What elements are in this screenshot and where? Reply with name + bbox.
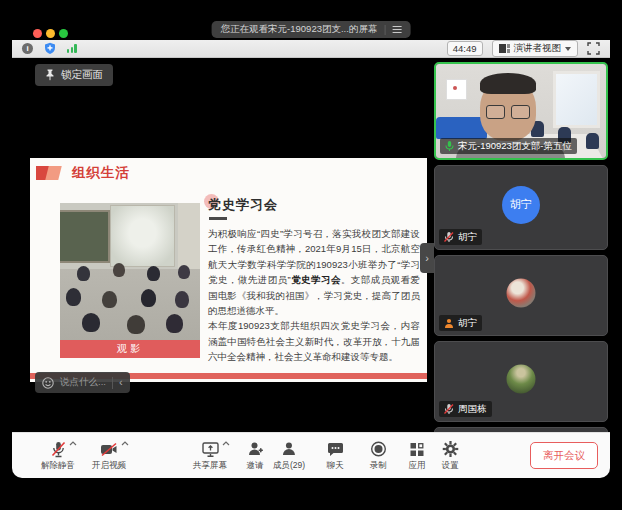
participant-tile[interactable]: 周国栋 bbox=[434, 341, 608, 422]
chat-quick-input[interactable]: 说点什么... ‹ bbox=[35, 372, 130, 393]
banner-menu-icon[interactable] bbox=[392, 26, 401, 33]
avatar bbox=[507, 278, 536, 307]
pin-icon bbox=[45, 69, 55, 81]
watching-banner[interactable]: 您正在观看宋元-190923团支...的屏幕 bbox=[212, 21, 411, 38]
avatar bbox=[507, 364, 536, 393]
avatar: 胡宁 bbox=[502, 185, 540, 223]
bottom-toolbar: 解除静音 开启视频 bbox=[12, 432, 610, 478]
shield-icon[interactable] bbox=[44, 42, 56, 55]
person-icon bbox=[282, 441, 296, 457]
status-right-controls: 44:49 演讲者视图 bbox=[447, 40, 600, 57]
leave-meeting-button[interactable]: 离开会议 bbox=[530, 442, 598, 469]
minimize-window-button[interactable] bbox=[46, 29, 55, 38]
phone-user-icon bbox=[444, 318, 454, 328]
lock-view-label: 锁定画面 bbox=[61, 68, 103, 82]
status-left-icons: i bbox=[22, 42, 77, 55]
emoji-icon[interactable] bbox=[42, 377, 54, 389]
shared-screen-area: 锁定画面 组织生活 bbox=[12, 58, 610, 432]
participants-sidebar: 宋元-190923团支部-第五位 胡宁 胡宁 bbox=[434, 62, 608, 432]
sidebar-collapse-tab[interactable]: › bbox=[420, 243, 434, 273]
mic-muted-icon bbox=[444, 404, 454, 415]
layout-icon bbox=[499, 44, 510, 53]
gear-icon bbox=[442, 441, 458, 457]
view-mode-button[interactable]: 演讲者视图 bbox=[492, 40, 579, 57]
status-bar: i 44:49 演讲者视图 bbox=[12, 40, 610, 58]
participant-tile[interactable]: 胡宁 胡宁 bbox=[434, 165, 608, 250]
participant-name-tag: 胡宁 bbox=[439, 315, 482, 331]
close-window-button[interactable] bbox=[33, 29, 42, 38]
mic-muted-icon bbox=[444, 232, 454, 243]
meeting-window: 您正在观看宋元-190923团支...的屏幕 i 44:49 bbox=[12, 18, 610, 478]
unmute-button[interactable]: 解除静音 bbox=[41, 440, 75, 472]
divider bbox=[384, 25, 385, 35]
section-marker bbox=[36, 165, 66, 181]
fullscreen-icon[interactable] bbox=[587, 42, 600, 55]
heading-underline bbox=[209, 217, 227, 220]
share-screen-icon bbox=[202, 441, 219, 457]
invite-person-icon bbox=[247, 441, 263, 457]
meeting-app: 您正在观看宋元-190923团支...的屏幕 i 44:49 bbox=[0, 0, 622, 510]
share-screen-button[interactable]: 共享屏幕 bbox=[193, 440, 227, 472]
start-video-button[interactable]: 开启视频 bbox=[92, 440, 126, 472]
classroom-photo-image bbox=[60, 203, 200, 340]
camera-muted-icon bbox=[100, 442, 118, 457]
classroom-photo: 观影 bbox=[60, 203, 200, 358]
participant-name-tag: 宋元-190923团支部-第五位 bbox=[440, 138, 577, 154]
chevron-up-icon[interactable] bbox=[69, 441, 77, 446]
members-button[interactable]: 成员(29) bbox=[273, 440, 305, 472]
chat-button[interactable]: 聊天 bbox=[327, 440, 344, 472]
slide-text-column: 党史学习会 为积极响应“四史”学习号召，落实我校团支部建设工作，传承红色精神，2… bbox=[208, 196, 420, 364]
slide-section-header: 组织生活 bbox=[36, 164, 130, 182]
chevron-up-icon[interactable] bbox=[222, 441, 230, 446]
chat-bubble-icon bbox=[327, 442, 343, 457]
record-button[interactable]: 录制 bbox=[370, 440, 387, 472]
speaker-face bbox=[480, 79, 536, 141]
slide-heading: 党史学习会 bbox=[208, 196, 420, 214]
slide-paragraph-2: 本年度190923支部共组织四次党史学习会，内容涵盖中国特色社会主义新时代，改革… bbox=[208, 318, 420, 364]
settings-button[interactable]: 设置 bbox=[442, 440, 459, 472]
chat-collapse-icon[interactable]: ‹ bbox=[119, 377, 123, 388]
titlebar: 您正在观看宋元-190923团支...的屏幕 bbox=[12, 18, 610, 40]
traffic-lights bbox=[33, 29, 68, 38]
apps-grid-icon bbox=[410, 442, 425, 457]
section-title: 组织生活 bbox=[72, 164, 130, 182]
mic-on-icon bbox=[445, 141, 454, 152]
participant-name-tag: 胡宁 bbox=[439, 229, 482, 245]
participant-tile[interactable]: 胡宁 bbox=[434, 255, 608, 336]
watching-banner-text: 您正在观看宋元-190923团支...的屏幕 bbox=[221, 23, 378, 36]
info-icon[interactable]: i bbox=[22, 43, 33, 54]
chat-placeholder[interactable]: 说点什么... bbox=[60, 376, 106, 389]
zoom-window-button[interactable] bbox=[59, 29, 68, 38]
chevron-up-icon[interactable] bbox=[121, 441, 129, 446]
chevron-down-icon bbox=[565, 47, 571, 51]
participant-name-tag: 周国栋 bbox=[439, 401, 492, 417]
mic-muted-icon bbox=[51, 441, 66, 458]
slide-paragraph-1: 为积极响应“四史”学习号召，落实我校团支部建设工作，传承红色精神，2021年9月… bbox=[208, 226, 420, 318]
lock-view-button[interactable]: 锁定画面 bbox=[35, 64, 113, 86]
record-icon bbox=[370, 441, 386, 457]
divider bbox=[112, 377, 113, 389]
network-signal-icon[interactable] bbox=[67, 44, 77, 53]
participant-tile-video[interactable]: 宋元-190923团支部-第五位 bbox=[434, 62, 608, 160]
apps-button[interactable]: 应用 bbox=[409, 440, 426, 472]
presentation-slide: 组织生活 bbox=[30, 158, 427, 382]
view-mode-label: 演讲者视图 bbox=[514, 42, 562, 55]
photo-caption: 观影 bbox=[60, 340, 200, 358]
meeting-timer: 44:49 bbox=[447, 41, 483, 56]
invite-button[interactable]: 邀请 bbox=[247, 440, 264, 472]
